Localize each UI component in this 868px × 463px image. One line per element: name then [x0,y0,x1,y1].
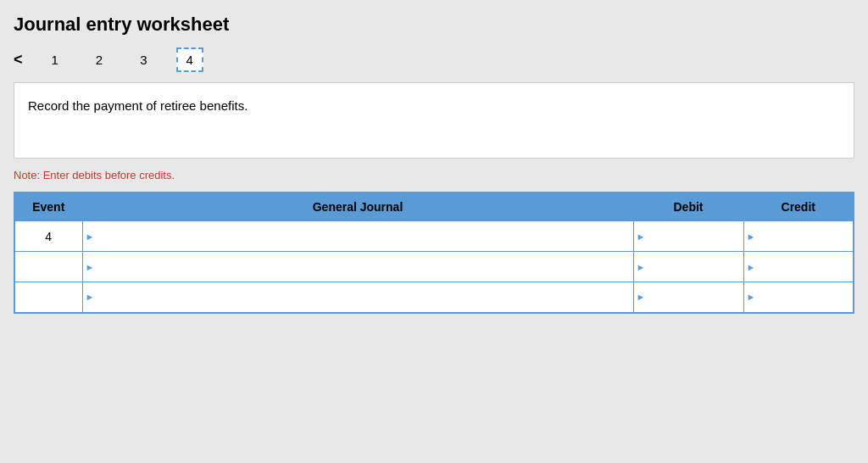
header-event: Event [14,192,82,221]
debit-arrow-2: ► [637,262,646,272]
credit-input-3[interactable] [744,282,854,312]
navigation-bar: < 1 2 3 4 [14,47,854,72]
nav-tab-1[interactable]: 1 [43,49,67,70]
event-input-1[interactable] [15,221,82,251]
debit-input-1[interactable] [634,221,743,251]
debit-arrow-3: ► [637,292,646,302]
header-general-journal: General Journal [82,192,633,221]
debit-input-3[interactable] [634,282,743,312]
journal-cell-1: ► [82,221,633,252]
journal-input-2[interactable] [83,252,633,282]
table-row: ► ► ► [14,282,854,313]
journal-cell-3: ► [82,282,633,313]
credit-arrow-1: ► [747,232,756,242]
journal-arrow-3: ► [86,292,95,302]
header-debit: Debit [633,192,743,221]
credit-cell-1: ► [743,221,854,252]
debit-input-2[interactable] [634,252,743,282]
journal-input-1[interactable] [83,221,633,251]
debit-cell-2: ► [633,252,743,282]
debit-cell-3: ► [633,282,743,313]
debit-cell-1: ► [633,221,743,252]
nav-tab-3[interactable]: 3 [131,49,155,70]
event-cell-1 [14,221,82,252]
note-text: Note: Enter debits before credits. [14,169,854,181]
journal-cell-2: ► [82,252,633,282]
nav-prev-arrow[interactable]: < [14,51,23,69]
page-title: Journal entry worksheet [14,14,854,36]
journal-input-3[interactable] [83,282,633,312]
credit-arrow-3: ► [747,292,756,302]
credit-input-2[interactable] [744,252,854,282]
nav-tab-4[interactable]: 4 [176,47,203,72]
header-credit: Credit [743,192,854,221]
event-cell-2 [14,252,82,282]
credit-arrow-2: ► [747,262,756,272]
event-cell-3 [14,282,82,313]
journal-table: Event General Journal Debit Credit ► ► ► [14,192,854,314]
credit-input-1[interactable] [744,221,854,251]
table-row: ► ► ► [14,252,854,282]
table-header-row: Event General Journal Debit Credit [14,192,854,221]
journal-arrow-2: ► [86,262,95,272]
credit-cell-3: ► [743,282,854,313]
event-input-2[interactable] [15,252,82,282]
credit-cell-2: ► [743,252,854,282]
table-row: ► ► ► [14,221,854,252]
debit-arrow-1: ► [637,232,646,242]
nav-tab-2[interactable]: 2 [87,49,111,70]
journal-arrow-1: ► [86,232,95,242]
event-input-3[interactable] [15,282,82,312]
description-box: Record the payment of retiree benefits. [14,82,854,159]
description-text: Record the payment of retiree benefits. [28,98,248,113]
